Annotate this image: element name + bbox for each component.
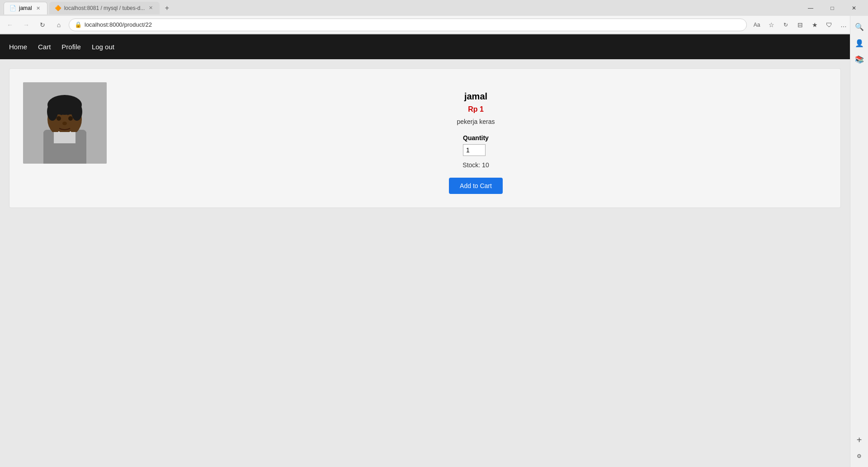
tab-bar: 📄 jamal ✕ 🔶 localhost:8081 / mysql / tub…	[0, 0, 868, 16]
forward-button[interactable]: →	[20, 19, 33, 31]
add-sidebar-icon[interactable]: +	[852, 433, 867, 447]
navbar: Home Cart Profile Log out	[0, 34, 850, 59]
product-price: Rp 1	[468, 105, 484, 113]
tab-title: jamal	[19, 5, 32, 11]
stock-value: 10	[482, 161, 489, 169]
svg-rect-11	[54, 132, 75, 143]
product-description: pekerja keras	[457, 118, 495, 125]
collections-sidebar-icon[interactable]: 📚	[852, 52, 867, 66]
browser-sidebar: 🔍 👤 📚 + ⚙	[850, 16, 868, 467]
tab-mysql[interactable]: 🔶 localhost:8081 / mysql / tubes-d... ✕	[49, 2, 160, 14]
tab-close-button[interactable]: ✕	[147, 5, 154, 11]
page-content: Home Cart Profile Log out	[0, 34, 850, 467]
nav-profile[interactable]: Profile	[61, 43, 81, 51]
home-button[interactable]: ⌂	[52, 19, 65, 31]
address-bar[interactable]: 🔒 localhost:8000/product/22	[69, 19, 747, 31]
product-image-svg	[23, 82, 107, 164]
search-sidebar-icon[interactable]: 🔍	[852, 19, 867, 34]
close-button[interactable]: ✕	[844, 2, 864, 14]
tab-favicon: 🔶	[55, 5, 61, 11]
quantity-input[interactable]	[463, 144, 486, 156]
reload-button[interactable]: ↻	[36, 19, 49, 31]
more-button[interactable]: …	[837, 19, 850, 31]
quantity-label: Quantity	[463, 134, 489, 142]
browser-chrome: 📄 jamal ✕ 🔶 localhost:8081 / mysql / tub…	[0, 0, 868, 34]
svg-point-5	[47, 103, 58, 121]
reader-mode-button[interactable]: Aa	[750, 19, 763, 31]
nav-home[interactable]: Home	[9, 43, 27, 51]
stock-label: Stock:	[462, 161, 482, 169]
quantity-section: Quantity	[463, 134, 489, 156]
refresh-button[interactable]: ↻	[779, 19, 792, 31]
product-name: jamal	[464, 91, 487, 102]
user-sidebar-icon[interactable]: 👤	[852, 36, 867, 50]
favorites-bar-button[interactable]: ★	[808, 19, 821, 31]
split-view-button[interactable]: ⊟	[794, 19, 807, 31]
product-details: jamal Rp 1 pekerja keras Quantity Stock:…	[125, 82, 827, 194]
tab-favicon: 📄	[9, 5, 16, 11]
svg-point-9	[62, 122, 67, 125]
favorites-button[interactable]: ☆	[765, 19, 778, 31]
svg-point-6	[71, 103, 82, 121]
browser-actions: Aa ☆ ↻ ⊟ ★ 🛡 … 🅱	[750, 19, 864, 31]
product-container: jamal Rp 1 pekerja keras Quantity Stock:…	[0, 59, 850, 467]
browser-controls: ← → ↻ ⌂ 🔒 localhost:8000/product/22 Aa ☆…	[0, 16, 868, 34]
tab-title: localhost:8081 / mysql / tubes-d...	[64, 5, 145, 11]
window-controls: — □ ✕	[800, 2, 864, 14]
product-image	[23, 82, 107, 164]
tab-close-button[interactable]: ✕	[35, 5, 42, 12]
minimize-button[interactable]: —	[800, 2, 821, 14]
nav-cart[interactable]: Cart	[38, 43, 51, 51]
nav-logout[interactable]: Log out	[92, 43, 114, 51]
svg-point-8	[68, 116, 73, 121]
url-display: localhost:8000/product/22	[85, 21, 152, 28]
add-to-cart-button[interactable]: Add to Cart	[449, 178, 503, 194]
product-card: jamal Rp 1 pekerja keras Quantity Stock:…	[9, 68, 841, 208]
add-tab-button[interactable]: +	[161, 3, 172, 14]
svg-point-7	[57, 116, 61, 121]
maximize-button[interactable]: □	[822, 2, 843, 14]
stock-info: Stock: 10	[462, 161, 489, 169]
product-image-container	[23, 82, 107, 164]
settings-sidebar-icon[interactable]: ⚙	[852, 449, 867, 463]
back-button[interactable]: ←	[4, 19, 16, 31]
tab-jamal[interactable]: 📄 jamal ✕	[4, 2, 47, 14]
collections-button[interactable]: 🛡	[823, 19, 835, 31]
